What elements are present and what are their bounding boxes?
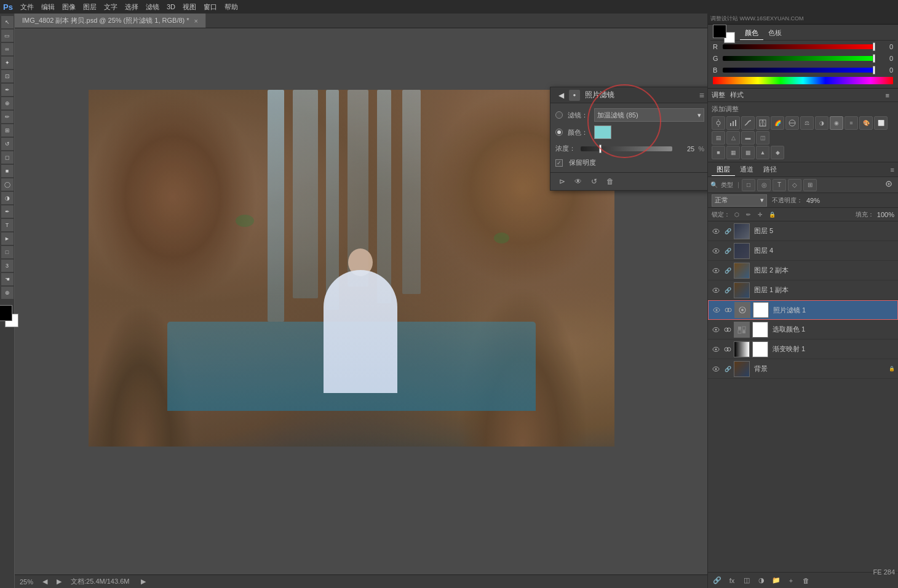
adj-extra2-icon[interactable]: ◆: [771, 146, 784, 159]
red-slider-thumb[interactable]: [873, 42, 875, 51]
tool-blur[interactable]: ◯: [1, 178, 14, 191]
adj-selective-icon[interactable]: ◫: [756, 131, 769, 145]
layer-visibility-btn[interactable]: [710, 285, 721, 295]
layer-mask-thumbnail[interactable]: [752, 341, 768, 357]
lock-transparent-btn[interactable]: ⬡: [732, 210, 742, 220]
menu-filter[interactable]: 滤镜: [146, 2, 159, 12]
layer-item-background[interactable]: 🔗 背景 🔒: [708, 359, 898, 379]
adj-tab-adjustments[interactable]: 调整: [712, 90, 725, 100]
adj-colorlookup-icon[interactable]: 🎨: [859, 116, 873, 130]
adj-photofilter-icon[interactable]: ◉: [830, 116, 843, 130]
nav-prev[interactable]: ◀: [42, 578, 47, 586]
layer-item[interactable]: 🔗 图层 4: [708, 241, 898, 261]
layer-mask-thumbnail[interactable]: [753, 302, 769, 318]
adj-tab-styles[interactable]: 样式: [730, 90, 744, 100]
layer-delete-btn[interactable]: 🗑: [799, 574, 813, 587]
menu-file[interactable]: 文件: [20, 2, 34, 12]
adj-levels-icon[interactable]: [726, 116, 740, 130]
layers-panel-menu[interactable]: ≡: [891, 166, 894, 173]
layer-item-photo-filter[interactable]: 照片滤镜 1: [708, 300, 898, 320]
layer-item[interactable]: 🔗 图层 5: [708, 221, 898, 241]
blue-slider-track[interactable]: [723, 68, 875, 73]
tool-text[interactable]: T: [1, 219, 14, 231]
menu-image[interactable]: 图像: [62, 2, 76, 12]
document-tab[interactable]: IMG_4802 副本 拷贝.psd @ 25% (照片滤镜 1, RGB/8)…: [15, 14, 206, 28]
foreground-color[interactable]: [0, 305, 12, 321]
prop-previous-btn[interactable]: ⊳: [555, 175, 569, 188]
adj-colorbalance-icon[interactable]: ⚖: [800, 116, 814, 130]
adj-threshold-icon[interactable]: △: [726, 131, 740, 145]
lock-pixels-btn[interactable]: ✏: [744, 210, 753, 220]
adj-invert-icon[interactable]: ⬜: [874, 116, 888, 130]
menu-3d[interactable]: 3D: [167, 3, 175, 10]
preserve-checkbox[interactable]: [555, 159, 563, 167]
tool-3d[interactable]: 3: [1, 260, 14, 272]
layer-filter-pixel[interactable]: □: [742, 179, 755, 191]
fg-color-swatch[interactable]: [713, 25, 726, 38]
lock-all-btn[interactable]: 🔒: [767, 210, 777, 220]
menu-layer[interactable]: 图层: [83, 2, 97, 12]
ps-icon[interactable]: Ps: [3, 2, 13, 12]
adj-exposure-icon[interactable]: [756, 116, 769, 130]
density-slider-thumb[interactable]: [599, 145, 602, 153]
tool-history-brush[interactable]: ↺: [1, 138, 14, 150]
adj-gradientmap-icon[interactable]: ▬: [741, 131, 755, 145]
tool-dodge[interactable]: ◑: [1, 192, 14, 204]
tool-pen[interactable]: ✒: [1, 205, 14, 218]
adj-posterize-icon[interactable]: ▤: [712, 131, 725, 145]
tool-move[interactable]: ↖: [1, 16, 14, 28]
color-swatch-teal[interactable]: [594, 125, 611, 139]
tool-shape[interactable]: □: [1, 246, 14, 258]
menu-text[interactable]: 文字: [104, 2, 117, 12]
adj-extra1-icon[interactable]: ▲: [756, 146, 769, 159]
tool-brush[interactable]: ✏: [1, 111, 14, 123]
tool-heal[interactable]: ⊕: [1, 97, 14, 109]
tool-lasso[interactable]: ∞: [1, 43, 14, 55]
green-slider-thumb[interactable]: [873, 54, 875, 63]
adj-hue-icon[interactable]: [785, 116, 799, 130]
menu-select[interactable]: 选择: [125, 2, 138, 12]
tool-gradient[interactable]: ■: [1, 165, 14, 177]
layer-adj-btn[interactable]: ◑: [755, 574, 768, 587]
tab-channels[interactable]: 通道: [735, 164, 758, 175]
nav-next[interactable]: ▶: [57, 578, 62, 586]
menu-edit[interactable]: 编辑: [41, 2, 55, 12]
tab-paths[interactable]: 路径: [758, 164, 782, 175]
layer-item[interactable]: 🔗 图层 1 副本: [708, 280, 898, 300]
layer-visibility-btn[interactable]: [710, 325, 721, 335]
layers-toggle-visibility[interactable]: [882, 179, 896, 191]
green-slider-track[interactable]: [723, 56, 875, 61]
properties-menu-icon[interactable]: ≡: [699, 90, 704, 100]
filter-radio-btn[interactable]: [555, 111, 563, 119]
prop-delete-btn[interactable]: 🗑: [603, 175, 617, 188]
tab-swatches[interactable]: 色板: [763, 27, 787, 40]
tab-close-button[interactable]: ×: [194, 17, 198, 25]
layer-filter-smart[interactable]: ⊞: [803, 179, 817, 191]
blue-slider-thumb[interactable]: [873, 66, 875, 74]
adj-panel-menu[interactable]: ≡: [886, 92, 889, 99]
adj-brightness-icon[interactable]: [712, 116, 725, 130]
layer-visibility-btn[interactable]: [711, 305, 722, 315]
tool-hand[interactable]: ☚: [1, 273, 14, 285]
density-slider-track[interactable]: [581, 146, 672, 151]
adj-vibrance-icon[interactable]: 🌈: [771, 116, 784, 130]
filter-dropdown[interactable]: 加温滤镜 (85) ▾: [594, 108, 704, 122]
layer-filter-shape[interactable]: ◇: [788, 179, 801, 191]
layer-filter-text[interactable]: T: [773, 179, 786, 191]
tab-layers[interactable]: 图层: [712, 164, 735, 176]
tool-stamp[interactable]: ⊞: [1, 124, 14, 137]
layer-item[interactable]: 选取颜色 1: [708, 320, 898, 340]
color-radio-btn[interactable]: [555, 129, 563, 136]
menu-view[interactable]: 视图: [183, 2, 196, 12]
layer-item[interactable]: 渐变映射 1: [708, 340, 898, 359]
adj-solid-fill-icon[interactable]: ■: [712, 146, 725, 159]
properties-back-icon[interactable]: ◀: [555, 90, 566, 101]
adj-gradient-fill-icon[interactable]: ▦: [726, 146, 740, 159]
adj-pattern-fill-icon[interactable]: ▩: [741, 146, 755, 159]
tool-select-rect[interactable]: ▭: [1, 30, 14, 42]
tool-eraser[interactable]: ◻: [1, 151, 14, 164]
prop-eye-btn[interactable]: 👁: [571, 175, 585, 188]
blend-mode-dropdown[interactable]: 正常 ▾: [712, 194, 767, 207]
tool-path-select[interactable]: ►: [1, 232, 14, 245]
layer-link-btn[interactable]: 🔗: [710, 574, 724, 587]
